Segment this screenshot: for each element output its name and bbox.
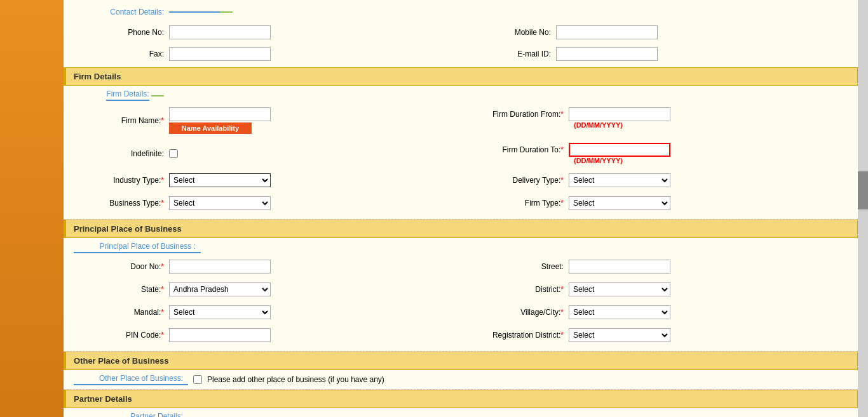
other-place-section-label: Other Place of Business: bbox=[74, 374, 188, 385]
other-place-checkbox-label: Please add other place of business (if y… bbox=[207, 375, 384, 384]
principal-place-section-label: Principal Place of Business : bbox=[74, 242, 201, 253]
delivery-type-label: Delivery Type:* bbox=[461, 176, 569, 185]
pp-pin-code-label: PIN Code:* bbox=[74, 331, 169, 340]
phone-label: Phone No: bbox=[74, 28, 169, 37]
pp-mandal-select[interactable]: Select bbox=[169, 305, 271, 319]
name-availability-button[interactable]: Name Availability bbox=[169, 122, 252, 134]
pp-district-label: District:* bbox=[461, 285, 569, 294]
business-type-label: Business Type:* bbox=[74, 199, 169, 208]
business-type-select[interactable]: Select bbox=[169, 196, 271, 210]
email-input[interactable] bbox=[556, 47, 658, 61]
pp-mandal-label: Mandal:* bbox=[74, 308, 169, 317]
indefinite-label: Indefinite: bbox=[74, 149, 169, 158]
pp-pin-code-input[interactable] bbox=[169, 328, 271, 342]
delivery-type-select[interactable]: Select bbox=[569, 173, 670, 187]
pp-reg-district-label: Registration District:* bbox=[461, 331, 569, 340]
firm-duration-from-label: Firm Duration From:* bbox=[461, 110, 569, 119]
firm-duration-from-input[interactable] bbox=[569, 107, 670, 121]
pp-door-no-label: Door No:* bbox=[74, 262, 169, 271]
firm-type-select[interactable]: Select bbox=[569, 196, 670, 210]
pp-street-label: Street: bbox=[461, 262, 569, 271]
partner-details-section-label: Partner Details: bbox=[74, 412, 188, 417]
mobile-label: Mobile No: bbox=[461, 28, 556, 37]
pp-village-city-select[interactable]: Select bbox=[569, 305, 670, 319]
firm-name-label: Firm Name:* bbox=[74, 116, 169, 125]
industry-type-label: Industry Type:* bbox=[74, 176, 169, 185]
industry-type-select[interactable]: Select bbox=[169, 173, 271, 187]
pp-state-select[interactable]: Andhra Pradesh bbox=[169, 282, 271, 296]
email-label: E-mail ID: bbox=[461, 50, 556, 58]
firm-details-section-label: Firm Details: bbox=[106, 89, 149, 101]
firm-duration-to-input[interactable] bbox=[569, 143, 670, 157]
pp-street-input[interactable] bbox=[569, 260, 670, 274]
other-place-header: Other Place of Business bbox=[64, 352, 858, 370]
firm-duration-to-label: Firm Duration To:* bbox=[461, 145, 569, 154]
phone-input[interactable] bbox=[169, 25, 271, 39]
pp-village-city-label: Village/City:* bbox=[461, 308, 569, 317]
date-hint-to: (DD/MM/YYYY) bbox=[574, 157, 623, 164]
firm-name-input[interactable] bbox=[169, 107, 271, 121]
principal-place-header: Principal Place of Business bbox=[64, 220, 858, 238]
partner-details-header: Partner Details bbox=[64, 390, 858, 408]
indefinite-checkbox[interactable] bbox=[169, 149, 178, 158]
mobile-input[interactable] bbox=[556, 25, 658, 39]
contact-details-label: Contact Details: bbox=[74, 8, 169, 17]
fax-input[interactable] bbox=[169, 47, 271, 61]
other-place-checkbox[interactable] bbox=[193, 375, 202, 384]
firm-type-label: Firm Type:* bbox=[461, 199, 569, 208]
pp-reg-district-select[interactable]: Select bbox=[569, 328, 670, 342]
pp-district-select[interactable]: Select bbox=[569, 282, 670, 296]
fax-label: Fax: bbox=[74, 50, 169, 58]
date-hint-from: (DD/MM/YYYY) bbox=[574, 121, 623, 129]
firm-details-header: Firm Details bbox=[64, 67, 858, 86]
pp-state-label: State:* bbox=[74, 285, 169, 294]
pp-door-no-input[interactable] bbox=[169, 260, 271, 274]
